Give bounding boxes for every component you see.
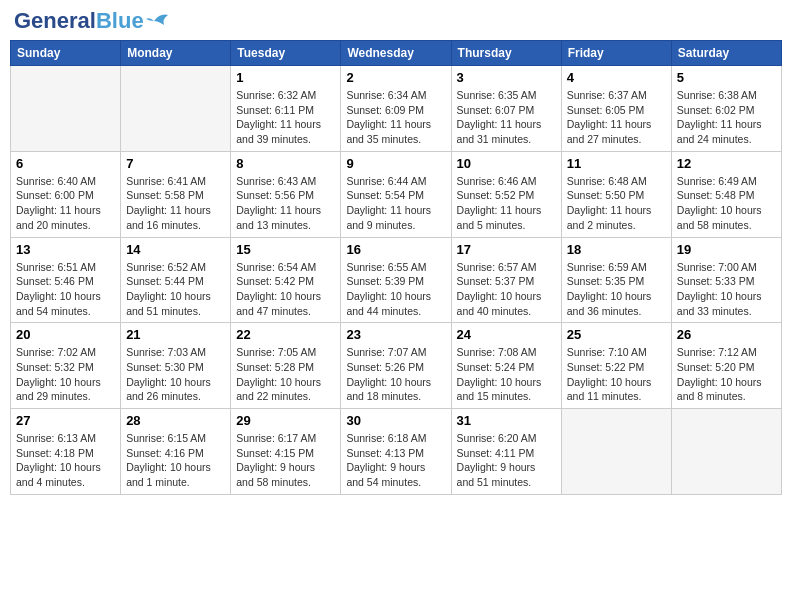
day-number: 21	[126, 327, 225, 342]
logo-bird-icon	[146, 11, 168, 31]
day-info: Sunrise: 6:18 AM Sunset: 4:13 PM Dayligh…	[346, 431, 445, 490]
calendar-cell	[561, 409, 671, 495]
calendar-cell: 29Sunrise: 6:17 AM Sunset: 4:15 PM Dayli…	[231, 409, 341, 495]
calendar-cell: 21Sunrise: 7:03 AM Sunset: 5:30 PM Dayli…	[121, 323, 231, 409]
day-number: 13	[16, 242, 115, 257]
day-info: Sunrise: 7:07 AM Sunset: 5:26 PM Dayligh…	[346, 345, 445, 404]
day-info: Sunrise: 6:40 AM Sunset: 6:00 PM Dayligh…	[16, 174, 115, 233]
day-number: 20	[16, 327, 115, 342]
day-info: Sunrise: 6:37 AM Sunset: 6:05 PM Dayligh…	[567, 88, 666, 147]
day-number: 10	[457, 156, 556, 171]
calendar-cell: 23Sunrise: 7:07 AM Sunset: 5:26 PM Dayli…	[341, 323, 451, 409]
day-number: 9	[346, 156, 445, 171]
day-info: Sunrise: 6:59 AM Sunset: 5:35 PM Dayligh…	[567, 260, 666, 319]
calendar-cell: 17Sunrise: 6:57 AM Sunset: 5:37 PM Dayli…	[451, 237, 561, 323]
day-number: 2	[346, 70, 445, 85]
day-number: 1	[236, 70, 335, 85]
weekday-header-thursday: Thursday	[451, 41, 561, 66]
day-info: Sunrise: 6:15 AM Sunset: 4:16 PM Dayligh…	[126, 431, 225, 490]
day-number: 14	[126, 242, 225, 257]
calendar-cell: 28Sunrise: 6:15 AM Sunset: 4:16 PM Dayli…	[121, 409, 231, 495]
calendar-cell: 9Sunrise: 6:44 AM Sunset: 5:54 PM Daylig…	[341, 151, 451, 237]
calendar-cell: 25Sunrise: 7:10 AM Sunset: 5:22 PM Dayli…	[561, 323, 671, 409]
day-info: Sunrise: 6:20 AM Sunset: 4:11 PM Dayligh…	[457, 431, 556, 490]
calendar-week-row: 20Sunrise: 7:02 AM Sunset: 5:32 PM Dayli…	[11, 323, 782, 409]
calendar-cell	[121, 66, 231, 152]
calendar-cell: 26Sunrise: 7:12 AM Sunset: 5:20 PM Dayli…	[671, 323, 781, 409]
calendar-cell: 30Sunrise: 6:18 AM Sunset: 4:13 PM Dayli…	[341, 409, 451, 495]
calendar-cell: 7Sunrise: 6:41 AM Sunset: 5:58 PM Daylig…	[121, 151, 231, 237]
calendar-cell: 14Sunrise: 6:52 AM Sunset: 5:44 PM Dayli…	[121, 237, 231, 323]
weekday-header-friday: Friday	[561, 41, 671, 66]
weekday-header-sunday: Sunday	[11, 41, 121, 66]
day-number: 23	[346, 327, 445, 342]
day-number: 28	[126, 413, 225, 428]
day-info: Sunrise: 6:52 AM Sunset: 5:44 PM Dayligh…	[126, 260, 225, 319]
calendar-cell: 2Sunrise: 6:34 AM Sunset: 6:09 PM Daylig…	[341, 66, 451, 152]
day-info: Sunrise: 6:43 AM Sunset: 5:56 PM Dayligh…	[236, 174, 335, 233]
logo: GeneralBlue	[14, 10, 168, 32]
calendar-cell: 24Sunrise: 7:08 AM Sunset: 5:24 PM Dayli…	[451, 323, 561, 409]
calendar-cell: 15Sunrise: 6:54 AM Sunset: 5:42 PM Dayli…	[231, 237, 341, 323]
day-info: Sunrise: 7:05 AM Sunset: 5:28 PM Dayligh…	[236, 345, 335, 404]
day-info: Sunrise: 6:34 AM Sunset: 6:09 PM Dayligh…	[346, 88, 445, 147]
calendar-cell: 6Sunrise: 6:40 AM Sunset: 6:00 PM Daylig…	[11, 151, 121, 237]
calendar-cell: 19Sunrise: 7:00 AM Sunset: 5:33 PM Dayli…	[671, 237, 781, 323]
calendar-cell: 11Sunrise: 6:48 AM Sunset: 5:50 PM Dayli…	[561, 151, 671, 237]
calendar-cell	[11, 66, 121, 152]
day-number: 31	[457, 413, 556, 428]
day-info: Sunrise: 6:41 AM Sunset: 5:58 PM Dayligh…	[126, 174, 225, 233]
day-number: 4	[567, 70, 666, 85]
day-number: 15	[236, 242, 335, 257]
day-info: Sunrise: 6:38 AM Sunset: 6:02 PM Dayligh…	[677, 88, 776, 147]
calendar-cell: 8Sunrise: 6:43 AM Sunset: 5:56 PM Daylig…	[231, 151, 341, 237]
day-info: Sunrise: 7:08 AM Sunset: 5:24 PM Dayligh…	[457, 345, 556, 404]
day-number: 16	[346, 242, 445, 257]
day-info: Sunrise: 6:54 AM Sunset: 5:42 PM Dayligh…	[236, 260, 335, 319]
weekday-header-row: SundayMondayTuesdayWednesdayThursdayFrid…	[11, 41, 782, 66]
day-info: Sunrise: 6:51 AM Sunset: 5:46 PM Dayligh…	[16, 260, 115, 319]
day-number: 5	[677, 70, 776, 85]
page-header: GeneralBlue	[10, 10, 782, 32]
day-info: Sunrise: 6:32 AM Sunset: 6:11 PM Dayligh…	[236, 88, 335, 147]
day-info: Sunrise: 6:46 AM Sunset: 5:52 PM Dayligh…	[457, 174, 556, 233]
calendar-cell: 5Sunrise: 6:38 AM Sunset: 6:02 PM Daylig…	[671, 66, 781, 152]
day-number: 27	[16, 413, 115, 428]
calendar-cell: 12Sunrise: 6:49 AM Sunset: 5:48 PM Dayli…	[671, 151, 781, 237]
calendar-cell: 3Sunrise: 6:35 AM Sunset: 6:07 PM Daylig…	[451, 66, 561, 152]
day-number: 30	[346, 413, 445, 428]
calendar-week-row: 27Sunrise: 6:13 AM Sunset: 4:18 PM Dayli…	[11, 409, 782, 495]
calendar-cell: 27Sunrise: 6:13 AM Sunset: 4:18 PM Dayli…	[11, 409, 121, 495]
calendar-cell: 20Sunrise: 7:02 AM Sunset: 5:32 PM Dayli…	[11, 323, 121, 409]
calendar-week-row: 1Sunrise: 6:32 AM Sunset: 6:11 PM Daylig…	[11, 66, 782, 152]
weekday-header-tuesday: Tuesday	[231, 41, 341, 66]
day-number: 12	[677, 156, 776, 171]
calendar-week-row: 13Sunrise: 6:51 AM Sunset: 5:46 PM Dayli…	[11, 237, 782, 323]
day-info: Sunrise: 6:17 AM Sunset: 4:15 PM Dayligh…	[236, 431, 335, 490]
day-info: Sunrise: 7:03 AM Sunset: 5:30 PM Dayligh…	[126, 345, 225, 404]
day-info: Sunrise: 6:44 AM Sunset: 5:54 PM Dayligh…	[346, 174, 445, 233]
logo-text: GeneralBlue	[14, 8, 144, 33]
calendar-cell	[671, 409, 781, 495]
day-number: 17	[457, 242, 556, 257]
day-info: Sunrise: 7:02 AM Sunset: 5:32 PM Dayligh…	[16, 345, 115, 404]
weekday-header-saturday: Saturday	[671, 41, 781, 66]
day-info: Sunrise: 7:00 AM Sunset: 5:33 PM Dayligh…	[677, 260, 776, 319]
day-info: Sunrise: 7:10 AM Sunset: 5:22 PM Dayligh…	[567, 345, 666, 404]
day-number: 19	[677, 242, 776, 257]
calendar-week-row: 6Sunrise: 6:40 AM Sunset: 6:00 PM Daylig…	[11, 151, 782, 237]
calendar-cell: 18Sunrise: 6:59 AM Sunset: 5:35 PM Dayli…	[561, 237, 671, 323]
calendar-table: SundayMondayTuesdayWednesdayThursdayFrid…	[10, 40, 782, 495]
calendar-cell: 22Sunrise: 7:05 AM Sunset: 5:28 PM Dayli…	[231, 323, 341, 409]
day-number: 29	[236, 413, 335, 428]
calendar-cell: 10Sunrise: 6:46 AM Sunset: 5:52 PM Dayli…	[451, 151, 561, 237]
calendar-cell: 1Sunrise: 6:32 AM Sunset: 6:11 PM Daylig…	[231, 66, 341, 152]
day-info: Sunrise: 6:57 AM Sunset: 5:37 PM Dayligh…	[457, 260, 556, 319]
day-number: 8	[236, 156, 335, 171]
day-number: 7	[126, 156, 225, 171]
day-number: 25	[567, 327, 666, 342]
day-info: Sunrise: 6:48 AM Sunset: 5:50 PM Dayligh…	[567, 174, 666, 233]
day-info: Sunrise: 6:49 AM Sunset: 5:48 PM Dayligh…	[677, 174, 776, 233]
calendar-cell: 31Sunrise: 6:20 AM Sunset: 4:11 PM Dayli…	[451, 409, 561, 495]
calendar-cell: 13Sunrise: 6:51 AM Sunset: 5:46 PM Dayli…	[11, 237, 121, 323]
